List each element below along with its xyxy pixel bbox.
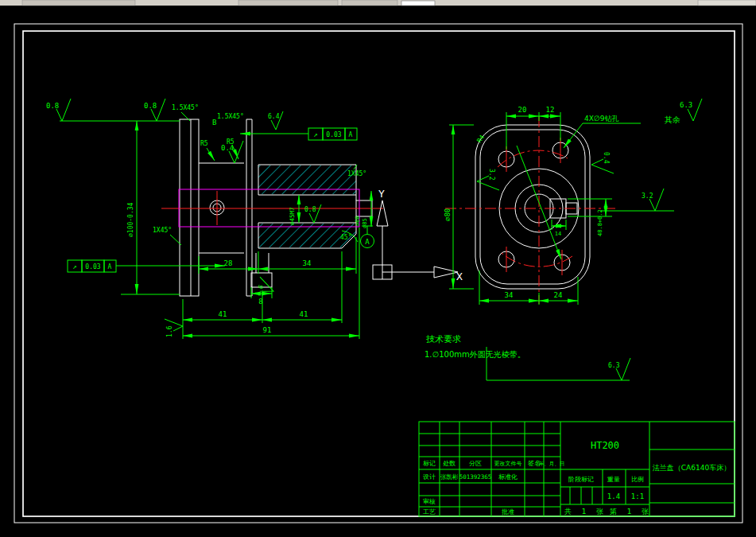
tech-req-title: 技术要求 bbox=[426, 334, 461, 344]
hatch-upper bbox=[258, 165, 356, 194]
tb-sheet-total: 共 1 张 bbox=[564, 508, 607, 516]
flange-chamfer-outline bbox=[480, 130, 585, 284]
tb-col-label: 处数 bbox=[443, 460, 456, 467]
finish-value: 6.4 bbox=[268, 113, 280, 120]
dim-dia80: ∅80 bbox=[444, 208, 452, 221]
finish-value: 6.3 bbox=[680, 101, 692, 109]
leader bbox=[207, 148, 215, 161]
tb-design-label: 设计 bbox=[423, 473, 436, 481]
finish-bottom: 6.3 bbox=[608, 358, 630, 380]
ucs-x-arrow bbox=[434, 267, 458, 278]
frame-inner-border bbox=[23, 31, 735, 516]
tb-col-label: 标记 bbox=[423, 460, 436, 467]
cad-canvas[interactable]: ∅100-0.34 0.8 0.8 1.5X45° B 1.5X45° 6.4 … bbox=[0, 0, 756, 537]
qiyu-label: 其余 bbox=[665, 115, 680, 124]
tb-designer: 张凯彬 bbox=[440, 473, 459, 481]
finish-keyway: 3.2 bbox=[642, 189, 664, 211]
ucs-icon: Y X bbox=[373, 188, 463, 282]
datum-ref: A bbox=[108, 263, 112, 270]
dim-24: 24 bbox=[554, 291, 563, 299]
dim-34: 34 bbox=[303, 259, 312, 267]
finish-groove: 1.6 bbox=[252, 277, 277, 302]
toolbar-fragment bbox=[22, 0, 135, 6]
left-view-dimensions: ∅100-0.34 0.8 0.8 1.5X45° B 1.5X45° 6.4 … bbox=[46, 99, 374, 339]
flange-disc-outline bbox=[180, 119, 199, 296]
leader bbox=[564, 123, 583, 148]
tb-stage-label: 阶段标记 bbox=[568, 476, 594, 483]
datum-letter: A bbox=[365, 238, 370, 246]
dim-34: 34 bbox=[505, 291, 514, 299]
dim-28: 28 bbox=[224, 259, 233, 267]
left-view-geometry bbox=[180, 119, 372, 296]
tb-process-label: 工艺 bbox=[423, 508, 436, 516]
toolbar-fragment bbox=[698, 0, 756, 6]
finish-value: 1.6 bbox=[254, 284, 265, 298]
finish-bore: 0.8 bbox=[304, 204, 321, 223]
runout-frame-top: ↗ 0.03 A bbox=[240, 128, 357, 140]
relief-groove-box bbox=[251, 273, 272, 287]
detail-b-label: B bbox=[212, 119, 216, 126]
chamfer-shaft-label: 1X45° bbox=[347, 170, 366, 177]
tb-approve-label: 批准 bbox=[502, 508, 514, 516]
top-toolbar-strip bbox=[0, 0, 756, 6]
tb-col-label: 年、月、日 bbox=[539, 461, 565, 467]
dim-dia45: ∅45M7 bbox=[289, 207, 296, 225]
tb-material: HT200 bbox=[591, 440, 619, 451]
tolerance-value: 0.03 bbox=[326, 131, 341, 138]
finish-value: 3.2 bbox=[642, 193, 653, 200]
finish-value: 0.8 bbox=[46, 102, 59, 110]
dim-91: 91 bbox=[263, 326, 272, 334]
tb-design-no: 501392365 bbox=[459, 473, 492, 481]
fillet-label: R5 bbox=[200, 140, 208, 147]
toolbar-fragment bbox=[238, 0, 338, 6]
finish-general: 6.3 bbox=[680, 99, 702, 121]
chamfer-rim-label: 1.5X45° bbox=[217, 113, 244, 120]
holes-note: 4X∅9钻孔 bbox=[584, 115, 618, 123]
datum-ref: A bbox=[349, 131, 353, 138]
finish-top-b: 0.8 bbox=[144, 99, 165, 121]
tb-col-label: 更改文件号 bbox=[494, 460, 522, 467]
bolt-circle-arc-top bbox=[498, 150, 568, 167]
finish-value: 1.6 bbox=[166, 325, 173, 337]
toolbar-fragment bbox=[342, 0, 397, 6]
tb-col-label: 分区 bbox=[469, 460, 482, 467]
tech-req-item: 1.∅100mm外圆无光棱带。 bbox=[425, 350, 525, 359]
finish-rim: 6.4 bbox=[268, 111, 283, 130]
tb-audit-label: 审核 bbox=[423, 498, 436, 505]
finish-value: 6.3 bbox=[608, 362, 620, 369]
runout-icon: ↗ bbox=[72, 263, 76, 270]
right-view-geometry bbox=[475, 125, 590, 289]
finish-value: 0.8 bbox=[144, 102, 157, 110]
dim-keyway-width: 14 bbox=[555, 231, 561, 237]
dim-12: 12 bbox=[546, 106, 555, 114]
datum-symbol-a: A bbox=[361, 226, 374, 248]
right-view-centerlines bbox=[445, 116, 616, 304]
dim-41b: 41 bbox=[300, 310, 308, 318]
finish-right-edge: 0.4 bbox=[591, 152, 614, 173]
dim-dia60: ∅60 bbox=[355, 216, 361, 226]
finish-value: 0.4 bbox=[221, 144, 234, 152]
title-block: 标记 处数 分区 更改文件号 签名 年、月、日 设计 张凯彬 501392365… bbox=[419, 422, 735, 516]
tb-standard-label: 标准化 bbox=[498, 473, 518, 481]
tb-scale-label: 比例 bbox=[631, 476, 644, 483]
tolerance-value: 0.03 bbox=[85, 263, 100, 270]
finish-top-a: 0.8 bbox=[46, 99, 71, 121]
tb-weight-label: 重量 bbox=[607, 476, 620, 483]
dim-keyway-depth: 48.8+0.2 bbox=[597, 209, 603, 236]
finish-face: 1.6 bbox=[165, 319, 183, 337]
ucs-y-arrow bbox=[377, 200, 388, 226]
finish-web: 0.4 bbox=[221, 141, 243, 163]
chamfer-bore-label: 1X45° bbox=[153, 227, 172, 234]
tb-scale-value: 1:1 bbox=[631, 492, 644, 500]
finish-value: 0.8 bbox=[304, 206, 316, 213]
dim-20: 20 bbox=[518, 106, 527, 114]
general-finish-note: 其余 6.3 bbox=[665, 99, 702, 124]
flange-outer-outline bbox=[475, 125, 590, 289]
drawing-frame bbox=[14, 24, 742, 523]
toolbar-combobox-fragment bbox=[401, 1, 435, 6]
tb-weight-value: 1.4 bbox=[607, 492, 620, 500]
angle-45-label: 45° bbox=[340, 234, 351, 241]
dim-41a: 41 bbox=[219, 310, 227, 318]
ucs-x-label: X bbox=[456, 270, 463, 282]
runout-frame-left: ↗ 0.03 A bbox=[68, 260, 225, 272]
